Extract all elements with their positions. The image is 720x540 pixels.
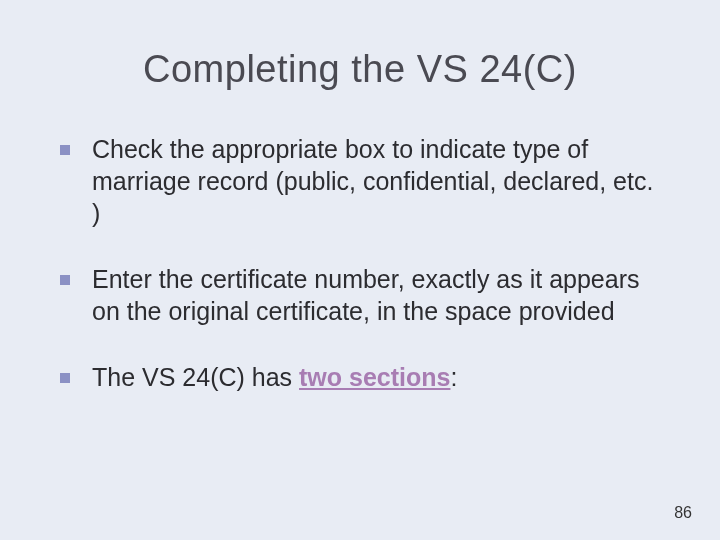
- list-item: Check the appropriate box to indicate ty…: [60, 133, 660, 229]
- slide-title: Completing the VS 24(C): [60, 48, 660, 91]
- bullet-list: Check the appropriate box to indicate ty…: [60, 133, 660, 393]
- page-number: 86: [674, 504, 692, 522]
- list-item: Enter the certificate number, exactly as…: [60, 263, 660, 327]
- bullet-text: Enter the certificate number, exactly as…: [92, 263, 660, 327]
- list-item: The VS 24(C) has two sections:: [60, 361, 660, 393]
- bullet-text: The VS 24(C) has two sections:: [92, 361, 660, 393]
- bullet-prefix: The VS 24(C) has: [92, 363, 299, 391]
- square-bullet-icon: [60, 275, 70, 285]
- bullet-text: Check the appropriate box to indicate ty…: [92, 133, 660, 229]
- bullet-suffix: :: [450, 363, 457, 391]
- square-bullet-icon: [60, 373, 70, 383]
- slide: Completing the VS 24(C) Check the approp…: [0, 0, 720, 540]
- two-sections-link[interactable]: two sections: [299, 363, 450, 391]
- square-bullet-icon: [60, 145, 70, 155]
